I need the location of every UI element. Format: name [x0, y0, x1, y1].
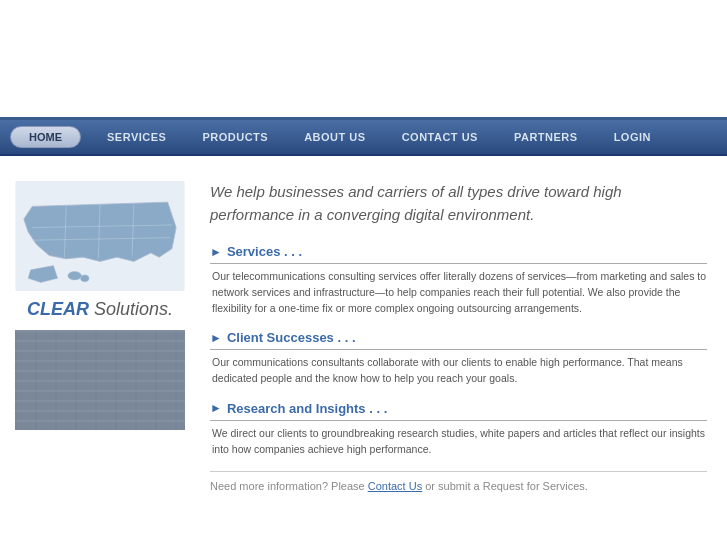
server-image [15, 330, 185, 430]
left-sidebar: CLEAR Solutions. [0, 171, 200, 531]
contact-us-link[interactable]: Contact Us [368, 480, 422, 492]
nav-products[interactable]: PRODUCTS [184, 131, 286, 143]
arrow-icon-research: ► [210, 401, 222, 415]
nav-services[interactable]: SERVICES [89, 131, 184, 143]
svg-point-9 [81, 275, 89, 282]
services-title[interactable]: Services . . . [227, 244, 302, 259]
client-successes-title[interactable]: Client Successes . . . [227, 330, 356, 345]
footer-info: Need more information? Please Contact Us… [210, 471, 707, 492]
usa-map [15, 181, 185, 291]
nav-about[interactable]: ABOUT US [286, 131, 383, 143]
services-body: Our telecommunications consulting servic… [210, 269, 707, 316]
main-content: CLEAR Solutions. We help businesses and … [0, 156, 727, 545]
client-successes-section-header: ► Client Successes . . . [210, 330, 707, 350]
research-body: We direct our clients to groundbreaking … [210, 426, 707, 458]
nav-login[interactable]: LOGIN [596, 131, 669, 143]
nav-home-button[interactable]: HOME [10, 126, 81, 148]
nav-contact[interactable]: CONTACT US [384, 131, 496, 143]
arrow-icon-clients: ► [210, 331, 222, 345]
arrow-icon-services: ► [210, 245, 222, 259]
svg-point-8 [68, 272, 82, 280]
brand-name: CLEAR Solutions. [27, 299, 173, 320]
navigation-bar: HOME SERVICES PRODUCTS ABOUT US CONTACT … [0, 120, 727, 156]
research-section-header: ► Research and Insights . . . [210, 401, 707, 421]
research-title[interactable]: Research and Insights . . . [227, 401, 387, 416]
client-successes-body: Our communications consultants collabora… [210, 355, 707, 387]
right-content: We help businesses and carriers of all t… [200, 171, 727, 531]
services-section-header: ► Services . . . [210, 244, 707, 264]
top-banner [0, 0, 727, 120]
hero-text: We help businesses and carriers of all t… [210, 181, 707, 226]
nav-partners[interactable]: PARTNERS [496, 131, 596, 143]
